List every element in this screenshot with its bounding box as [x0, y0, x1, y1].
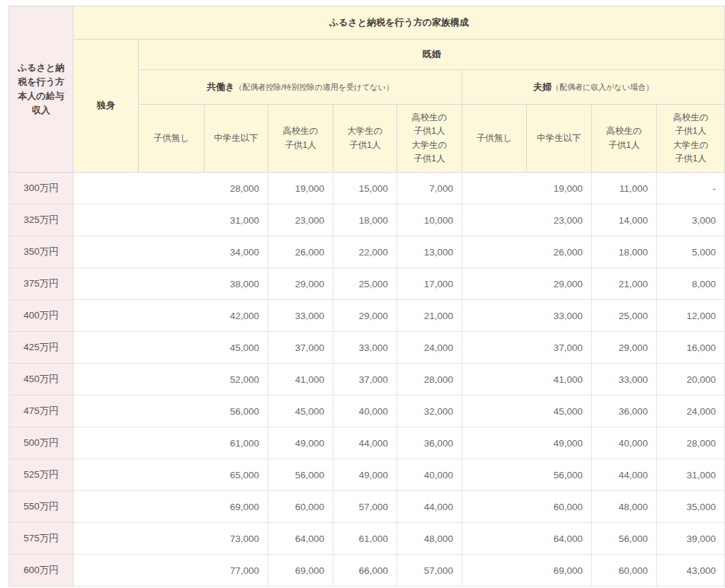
header-couple-note: （配偶者に収入がない場合） — [552, 83, 653, 91]
cell-couple-high-and-univ: 28,000 — [657, 427, 725, 459]
cell-couple-high-and-univ: 8,000 — [657, 268, 725, 300]
cell-dual-junior-high: 65,000 — [74, 459, 268, 491]
cell-couple-high-school: 25,000 — [592, 300, 657, 332]
cell-couple-junior-high: 56,000 — [462, 459, 592, 491]
tax-limit-table: ふるさと納税を行う方本人の給与収入 ふるさと納税を行う方の家族構成 独身 既婚 … — [8, 6, 725, 587]
table-row: 400万円 42,000 33,000 29,000 21,000 33,000… — [9, 300, 725, 332]
header-dual-university: 大学生の 子供1人 — [333, 105, 397, 173]
cell-couple-high-school: 44,000 — [592, 459, 657, 491]
header-row-marital: 独身 既婚 — [9, 40, 725, 70]
income-label: 375万円 — [9, 268, 74, 300]
cell-dual-junior-high: 77,000 — [74, 555, 268, 587]
cell-couple-high-and-univ: - — [657, 173, 725, 204]
cell-dual-high-and-univ: 40,000 — [397, 459, 462, 491]
table-row: 500万円 61,000 49,000 44,000 36,000 49,000… — [9, 427, 725, 459]
income-label: 325万円 — [9, 204, 74, 236]
header-couple-high-and-univ: 高校生の 子供1人 大学生の 子供1人 — [657, 105, 725, 173]
table-row: 450万円 52,000 41,000 37,000 28,000 41,000… — [9, 364, 725, 396]
income-label: 500万円 — [9, 427, 74, 459]
cell-dual-high-school: 56,000 — [268, 459, 333, 491]
cell-couple-high-school: 11,000 — [592, 173, 657, 204]
cell-dual-high-school: 60,000 — [268, 491, 333, 523]
table-row: 375万円 38,000 29,000 25,000 17,000 29,000… — [9, 268, 725, 300]
table-row: 550万円 69,000 60,000 57,000 44,000 60,000… — [9, 491, 725, 523]
cell-dual-university: 18,000 — [333, 204, 397, 236]
cell-dual-high-and-univ: 10,000 — [397, 204, 462, 236]
header-dual-income: 共働き（配偶者控除/特別控除の適用を受けてない） — [139, 70, 462, 105]
cell-couple-high-school: 40,000 — [592, 427, 657, 459]
cell-dual-junior-high: 28,000 — [74, 173, 268, 204]
cell-dual-high-school: 69,000 — [268, 555, 333, 587]
header-couple-junior-high: 中学生以下 — [527, 105, 592, 173]
cell-couple-high-school: 60,000 — [592, 555, 657, 587]
income-label: 400万円 — [9, 300, 74, 332]
header-row-family-structure: ふるさと納税を行う方本人の給与収入 ふるさと納税を行う方の家族構成 — [9, 6, 725, 40]
cell-dual-university: 61,000 — [333, 523, 397, 555]
cell-dual-high-and-univ: 44,000 — [397, 491, 462, 523]
cell-dual-high-school: 26,000 — [268, 236, 333, 268]
cell-dual-university: 44,000 — [333, 427, 397, 459]
income-label: 575万円 — [9, 523, 74, 555]
row-axis-title: ふるさと納税を行う方本人の給与収入 — [9, 6, 74, 173]
table-row: 350万円 34,000 26,000 22,000 13,000 26,000… — [9, 236, 725, 268]
table-row: 525万円 65,000 56,000 49,000 40,000 56,000… — [9, 459, 725, 491]
cell-dual-university: 25,000 — [333, 268, 397, 300]
cell-dual-high-and-univ: 28,000 — [397, 364, 462, 396]
cell-couple-high-school: 18,000 — [592, 236, 657, 268]
furusato-nozei-limit-page: ふるさと納税を行う方本人の給与収入 ふるさと納税を行う方の家族構成 独身 既婚 … — [0, 0, 725, 588]
cell-couple-high-and-univ: 24,000 — [657, 396, 725, 427]
income-label: 600万円 — [9, 555, 74, 587]
header-single: 独身 — [74, 40, 139, 173]
table-body: 300万円 28,000 19,000 15,000 7,000 19,000 … — [9, 173, 725, 587]
cell-couple-high-and-univ: 5,000 — [657, 236, 725, 268]
cell-dual-high-school: 37,000 — [268, 332, 333, 364]
header-dual-income-label: 共働き — [207, 81, 234, 92]
cell-couple-high-school: 48,000 — [592, 491, 657, 523]
table-row: 300万円 28,000 19,000 15,000 7,000 19,000 … — [9, 173, 725, 204]
cell-dual-university: 15,000 — [333, 173, 397, 204]
table-row: 600万円 77,000 69,000 66,000 57,000 69,000… — [9, 555, 725, 587]
cell-couple-junior-high: 49,000 — [462, 427, 592, 459]
cell-couple-junior-high: 69,000 — [462, 555, 592, 587]
cell-dual-university: 37,000 — [333, 364, 397, 396]
table-row: 325万円 31,000 23,000 18,000 10,000 23,000… — [9, 204, 725, 236]
table-row: 425万円 45,000 37,000 33,000 24,000 37,000… — [9, 332, 725, 364]
cell-dual-junior-high: 56,000 — [74, 396, 268, 427]
cell-dual-high-and-univ: 48,000 — [397, 523, 462, 555]
column-axis-title: ふるさと納税を行う方の家族構成 — [74, 6, 725, 40]
cell-dual-junior-high: 34,000 — [74, 236, 268, 268]
cell-dual-high-school: 41,000 — [268, 364, 333, 396]
income-label: 550万円 — [9, 491, 74, 523]
header-dual-high-and-univ: 高校生の 子供1人 大学生の 子供1人 — [397, 105, 462, 173]
cell-couple-junior-high: 19,000 — [462, 173, 592, 204]
cell-couple-junior-high: 29,000 — [462, 268, 592, 300]
cell-dual-high-school: 29,000 — [268, 268, 333, 300]
cell-dual-high-and-univ: 24,000 — [397, 332, 462, 364]
cell-dual-junior-high: 45,000 — [74, 332, 268, 364]
header-couple-high-school: 高校生の 子供1人 — [592, 105, 657, 173]
cell-dual-university: 40,000 — [333, 396, 397, 427]
cell-couple-high-school: 56,000 — [592, 523, 657, 555]
income-label: 475万円 — [9, 396, 74, 427]
cell-dual-junior-high: 73,000 — [74, 523, 268, 555]
cell-dual-university: 49,000 — [333, 459, 397, 491]
income-label: 425万円 — [9, 332, 74, 364]
table-row: 475万円 56,000 45,000 40,000 32,000 45,000… — [9, 396, 725, 427]
cell-dual-high-school: 45,000 — [268, 396, 333, 427]
cell-dual-high-and-univ: 57,000 — [397, 555, 462, 587]
cell-couple-junior-high: 33,000 — [462, 300, 592, 332]
header-couple-no-child: 子供無し — [462, 105, 527, 173]
cell-couple-junior-high: 41,000 — [462, 364, 592, 396]
cell-couple-junior-high: 64,000 — [462, 523, 592, 555]
cell-dual-junior-high: 61,000 — [74, 427, 268, 459]
cell-dual-junior-high: 31,000 — [74, 204, 268, 236]
cell-couple-high-and-univ: 16,000 — [657, 332, 725, 364]
cell-couple-high-and-univ: 20,000 — [657, 364, 725, 396]
cell-dual-junior-high: 42,000 — [74, 300, 268, 332]
header-married: 既婚 — [139, 40, 725, 70]
cell-dual-university: 66,000 — [333, 555, 397, 587]
cell-dual-university: 33,000 — [333, 332, 397, 364]
cell-couple-high-and-univ: 43,000 — [657, 555, 725, 587]
table-row: 575万円 73,000 64,000 61,000 48,000 64,000… — [9, 523, 725, 555]
cell-couple-high-school: 21,000 — [592, 268, 657, 300]
